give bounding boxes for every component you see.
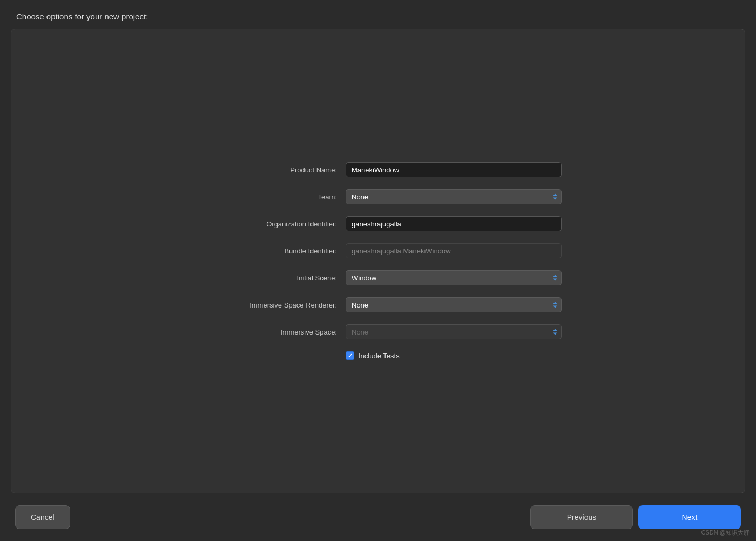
immersive-space-select[interactable]: None xyxy=(346,324,562,339)
team-wrapper: None xyxy=(346,189,562,204)
form-container: Product Name: Team: None xyxy=(194,162,562,360)
product-name-row: Product Name: xyxy=(194,162,562,177)
page-title: Choose options for your new project: xyxy=(16,12,148,21)
product-name-wrapper xyxy=(346,162,562,177)
team-label: Team: xyxy=(194,193,346,201)
immersive-renderer-select[interactable]: None xyxy=(346,297,562,312)
include-tests-row: ✓ Include Tests xyxy=(194,351,562,360)
org-id-label: Organization Identifier: xyxy=(194,220,346,228)
include-tests-checkbox[interactable]: ✓ xyxy=(346,351,354,360)
immersive-space-label: Immersive Space: xyxy=(194,328,346,336)
bundle-id-label: Bundle Identifier: xyxy=(194,247,346,255)
initial-scene-select[interactable]: Window xyxy=(346,270,562,285)
immersive-space-select-wrapper: None xyxy=(346,324,562,339)
bundle-id-display: ganeshrajugalla.ManekiWindow xyxy=(346,243,562,258)
bundle-id-value: ganeshrajugalla.ManekiWindow xyxy=(352,247,451,255)
org-id-input[interactable] xyxy=(346,216,562,231)
main-panel: Product Name: Team: None xyxy=(11,29,745,493)
initial-scene-row: Initial Scene: Window xyxy=(194,270,562,285)
team-row: Team: None xyxy=(194,189,562,204)
team-select[interactable]: None xyxy=(346,189,562,204)
org-id-row: Organization Identifier: xyxy=(194,216,562,231)
initial-scene-label: Initial Scene: xyxy=(194,274,346,282)
immersive-renderer-wrapper: None xyxy=(346,297,562,312)
immersive-space-row: Immersive Space: None xyxy=(194,324,562,339)
product-name-label: Product Name: xyxy=(194,166,346,174)
immersive-renderer-select-wrapper: None xyxy=(346,297,562,312)
footer-right: Previous Next xyxy=(530,505,741,529)
immersive-space-wrapper: None xyxy=(346,324,562,339)
checkmark-icon: ✓ xyxy=(348,353,353,359)
team-select-wrapper: None xyxy=(346,189,562,204)
bundle-id-wrapper: ganeshrajugalla.ManekiWindow xyxy=(346,243,562,258)
previous-button[interactable]: Previous xyxy=(530,505,633,529)
immersive-renderer-label: Immersive Space Renderer: xyxy=(194,301,346,309)
page-header: Choose options for your new project: xyxy=(0,0,756,29)
product-name-input[interactable] xyxy=(346,162,562,177)
footer: Cancel Previous Next xyxy=(0,493,756,541)
bundle-id-row: Bundle Identifier: ganeshrajugalla.Manek… xyxy=(194,243,562,258)
include-tests-label: Include Tests xyxy=(359,352,400,360)
watermark: CSDN @知识大胖 xyxy=(701,529,750,537)
next-button[interactable]: Next xyxy=(638,505,741,529)
org-id-wrapper xyxy=(346,216,562,231)
initial-scene-wrapper: Window xyxy=(346,270,562,285)
cancel-button[interactable]: Cancel xyxy=(15,505,70,529)
immersive-renderer-row: Immersive Space Renderer: None xyxy=(194,297,562,312)
initial-scene-select-wrapper: Window xyxy=(346,270,562,285)
